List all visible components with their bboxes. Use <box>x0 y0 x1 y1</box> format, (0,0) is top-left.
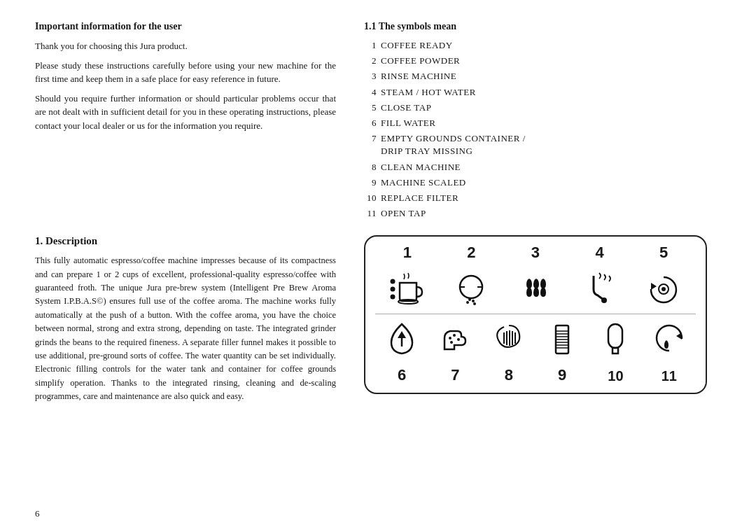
svg-point-11 <box>601 298 607 303</box>
list-item: 3 RINSE MACHINE <box>364 70 721 83</box>
svg-rect-35 <box>612 348 618 354</box>
icons-panel: 1 2 3 4 5 <box>364 235 721 518</box>
list-item: 10 REPLACE FILTER <box>364 192 721 204</box>
description-column: 1. Description This fully automatic espr… <box>35 235 336 518</box>
para-3: Should you require further information o… <box>35 92 336 133</box>
description-title: 1. Description <box>35 235 336 247</box>
icon-cell-5: 5 <box>636 244 692 265</box>
coffee-powder-icon <box>449 267 493 311</box>
svg-point-20 <box>450 341 453 344</box>
steam-hot-water-icon <box>578 267 622 311</box>
icon-cell-7: 7 <box>428 363 482 384</box>
open-tap-icon <box>648 317 691 360</box>
icon-cell-3: 3 <box>507 244 564 265</box>
list-item: 9 MACHINE SCALED <box>364 176 721 189</box>
svg-point-14 <box>662 287 666 291</box>
list-item: 7 EMPTY GROUNDS CONTAINER /DRIP TRAY MIS… <box>364 132 721 158</box>
fill-water-icon <box>380 317 424 360</box>
icon-cell-6: 6 <box>375 363 428 384</box>
list-item: 4 STEAM / HOT WATER <box>364 86 721 99</box>
svg-point-19 <box>457 338 460 341</box>
top-section: Important information for the user Thank… <box>35 21 721 223</box>
svg-point-7 <box>468 298 471 301</box>
icon-cell-8: 8 <box>482 363 536 384</box>
page-number: 6 <box>35 508 40 519</box>
clean-machine-icon <box>487 317 531 360</box>
icon-cell-11: 11 <box>643 365 696 384</box>
svg-rect-34 <box>608 324 622 348</box>
svg-point-0 <box>390 279 395 284</box>
icons-img-row-top <box>375 267 696 311</box>
para-1: Thank you for choosing this Jura product… <box>35 39 336 53</box>
svg-point-1 <box>390 287 395 292</box>
empty-grounds-icon <box>433 317 477 360</box>
list-item: 2 COFFEE POWDER <box>364 55 721 67</box>
icon-cell-1: 1 <box>379 244 435 265</box>
symbols-title: 1.1 The symbols mean <box>364 21 721 32</box>
machine-scaled-icon <box>540 317 584 360</box>
svg-marker-16 <box>398 331 406 338</box>
close-tap-icon <box>642 267 685 311</box>
para-2: Please study these instructions carefull… <box>35 59 336 86</box>
list-item: 5 CLOSE TAP <box>364 102 721 114</box>
svg-marker-12 <box>651 283 657 290</box>
list-item: 8 CLEAN MACHINE <box>364 161 721 174</box>
right-column: 1.1 The symbols mean 1 COFFEE READY 2 CO… <box>364 21 721 223</box>
left-column: Important information for the user Thank… <box>35 21 336 223</box>
svg-point-17 <box>449 337 451 340</box>
svg-point-10 <box>473 302 476 305</box>
icons-box: 1 2 3 4 5 <box>364 235 707 394</box>
replace-filter-icon <box>594 317 637 360</box>
icons-num-row-bottom: 6 7 8 9 10 11 <box>375 363 696 384</box>
icons-num-row-top: 1 2 3 4 5 <box>375 244 696 265</box>
icon-cell-10: 10 <box>589 365 642 384</box>
rinse-machine-icon <box>514 267 557 311</box>
important-info-title: Important information for the user <box>35 21 336 32</box>
list-item: 1 COFFEE READY <box>364 39 721 52</box>
svg-point-18 <box>453 334 456 337</box>
svg-point-8 <box>472 300 475 302</box>
coffee-ready-icon <box>386 267 429 311</box>
symbols-list: 1 COFFEE READY 2 COFFEE POWDER 3 RINSE M… <box>364 39 721 220</box>
icon-cell-9: 9 <box>536 363 589 384</box>
svg-marker-36 <box>676 332 682 340</box>
bottom-section: 1. Description This fully automatic espr… <box>35 235 721 518</box>
svg-point-9 <box>466 301 469 304</box>
list-item: 6 FILL WATER <box>364 117 721 130</box>
icon-cell-2: 2 <box>443 244 499 265</box>
icons-img-row-bottom <box>375 317 696 360</box>
icon-cell-4: 4 <box>572 244 628 265</box>
svg-point-2 <box>390 295 395 300</box>
description-text: This fully automatic espresso/coffee mac… <box>35 254 336 403</box>
list-item: 11 OPEN TAP <box>364 207 721 220</box>
page-layout: Important information for the user Thank… <box>35 21 721 518</box>
